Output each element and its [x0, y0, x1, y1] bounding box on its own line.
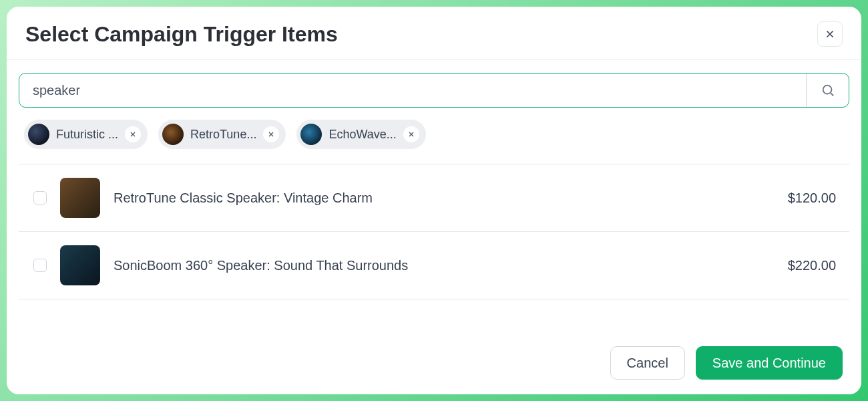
svg-point-0 — [823, 86, 831, 94]
chip-label: RetroTune... — [190, 128, 256, 142]
cancel-label: Cancel — [627, 356, 668, 371]
product-thumbnail — [60, 178, 100, 218]
close-button[interactable] — [817, 21, 843, 47]
save-button[interactable]: Save and Continue — [696, 346, 843, 380]
results-list: RetroTune Classic Speaker: Vintage Charm… — [19, 164, 849, 299]
search-button[interactable] — [806, 74, 849, 107]
chip-remove-button[interactable] — [263, 126, 279, 142]
cancel-button[interactable]: Cancel — [610, 346, 685, 380]
search-bar — [19, 73, 849, 108]
modal-header: Select Campaign Trigger Items — [7, 7, 861, 59]
x-icon — [407, 130, 415, 138]
chip-thumbnail — [300, 124, 322, 145]
chip-thumbnail — [28, 124, 49, 145]
result-row: SonicBoom 360° Speaker: Sound That Surro… — [19, 232, 849, 299]
save-label: Save and Continue — [712, 356, 826, 371]
select-checkbox[interactable] — [33, 259, 47, 272]
chip-item: RetroTune... — [158, 120, 286, 149]
product-price: $220.00 — [788, 258, 844, 273]
chip-remove-button[interactable] — [125, 126, 141, 142]
product-name: RetroTune Classic Speaker: Vintage Charm — [114, 190, 775, 206]
selected-chips: Futuristic ... RetroTune... EchoWave... — [19, 108, 849, 164]
chip-label: Futuristic ... — [56, 128, 118, 142]
modal-title: Select Campaign Trigger Items — [25, 22, 338, 47]
chip-item: Futuristic ... — [24, 120, 148, 149]
chip-remove-button[interactable] — [403, 126, 419, 142]
product-price: $120.00 — [788, 190, 844, 206]
search-input[interactable] — [19, 74, 806, 107]
modal-footer: Cancel Save and Continue — [7, 331, 861, 394]
x-icon — [267, 130, 275, 138]
x-icon — [129, 130, 137, 138]
chip-item: EchoWave... — [296, 120, 425, 149]
select-checkbox[interactable] — [33, 191, 47, 205]
modal-body: Futuristic ... RetroTune... EchoWave... — [7, 59, 861, 331]
select-items-modal: Select Campaign Trigger Items Futuristic… — [7, 7, 861, 394]
close-icon — [824, 28, 836, 40]
result-row: RetroTune Classic Speaker: Vintage Charm… — [19, 164, 849, 232]
chip-thumbnail — [162, 124, 184, 145]
product-thumbnail — [60, 245, 100, 285]
search-icon — [821, 83, 835, 98]
product-name: SonicBoom 360° Speaker: Sound That Surro… — [114, 258, 775, 273]
chip-label: EchoWave... — [329, 128, 396, 142]
